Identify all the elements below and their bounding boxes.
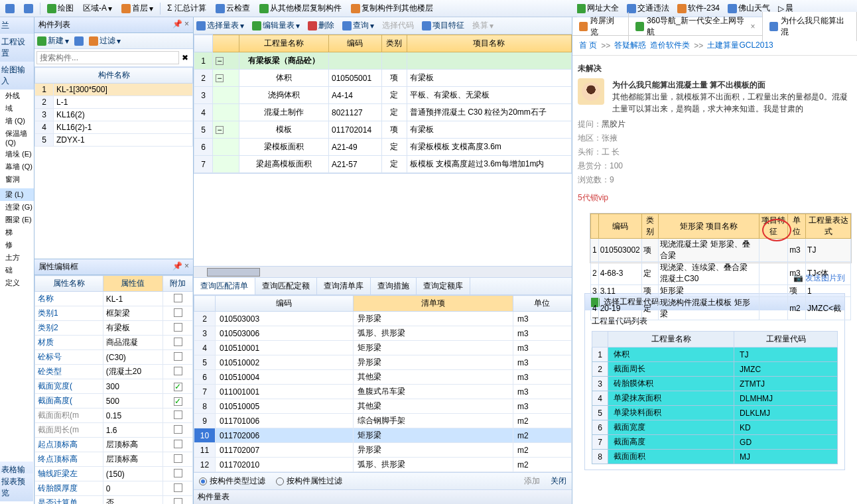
pin-icon[interactable]: 📌 [172, 261, 182, 271]
select-code-button[interactable]: 选择代码 [382, 20, 414, 31]
prop-value[interactable]: 0 [103, 481, 163, 496]
prop-value[interactable]: 框架梁 [103, 306, 163, 321]
horizontal-scrollbar[interactable] [194, 266, 572, 277]
prop-checkbox[interactable] [174, 454, 182, 463]
copy-to-button[interactable]: 复制构件到其他楼层 [348, 1, 436, 15]
search-clear-button[interactable]: ✖ [179, 53, 191, 62]
status-tab[interactable]: 构件量表 [194, 489, 572, 504]
tree-item[interactable]: 外线 [0, 90, 34, 102]
component-row[interactable]: ZDYX-1 [54, 134, 193, 147]
prop-value[interactable]: 层顶标高 [103, 452, 163, 467]
tree-item[interactable]: 保温墙 (Q) [0, 127, 34, 148]
filter-by-prop[interactable]: 按构件属性过滤 [276, 475, 342, 487]
list-code[interactable]: 011702007 [216, 443, 354, 458]
tab-match-quota[interactable]: 查询匹配定额 [255, 278, 317, 294]
code-value[interactable]: GD [734, 435, 838, 450]
qty-name[interactable]: 模板 [239, 121, 329, 139]
cloud-check-button[interactable]: 云检查 [213, 1, 253, 15]
prop-value[interactable]: 有梁板 [103, 321, 163, 336]
list-item[interactable]: 矩形梁 [353, 341, 513, 355]
collapse-icon[interactable]: − [216, 57, 224, 65]
prop-checkbox[interactable] [174, 323, 182, 332]
prop-value[interactable]: (混凝土20 [103, 365, 163, 379]
qty-name[interactable]: 梁超高模板面积 [239, 156, 329, 173]
list-code[interactable]: 011701006 [216, 414, 354, 428]
tree-item[interactable]: 窗洞 [0, 173, 34, 186]
list-item[interactable]: 异形梁 [353, 443, 513, 458]
tree-item[interactable]: 域 [0, 102, 34, 115]
list-item[interactable]: 异形梁 [353, 355, 513, 370]
floor-selector[interactable]: 首层 ▾ [119, 1, 156, 15]
tree-item[interactable]: 圈梁 (E) [0, 214, 34, 226]
tree-section-project[interactable]: 工程设置 [0, 34, 34, 62]
prop-value[interactable]: 层顶标高 [103, 438, 163, 452]
prop-checkbox[interactable] [174, 483, 182, 492]
crumb-qa[interactable]: 答疑解惑 [614, 40, 646, 51]
list-item[interactable]: 弧形、拱形梁 [353, 458, 513, 472]
component-row[interactable]: KL16(2)-1 [54, 121, 193, 134]
list-item[interactable]: 其他梁 [353, 399, 513, 414]
zone-selector[interactable]: 区域-A ▾ [80, 1, 115, 15]
filter-button[interactable]: 过滤 ▾ [89, 35, 121, 46]
prop-value[interactable]: KL-1 [103, 292, 163, 306]
list-item[interactable]: 弧形、拱形梁 [353, 326, 513, 341]
collapse-icon[interactable]: − [216, 126, 224, 134]
new-component-button[interactable]: 新建 ▾ [37, 35, 69, 46]
list-code[interactable]: 010510005 [216, 399, 354, 414]
prop-checkbox[interactable] [174, 308, 182, 317]
list-code[interactable]: 010510004 [216, 370, 354, 385]
tab-match-list[interactable]: 查询匹配清单 [194, 278, 255, 294]
code-value[interactable]: TJ [734, 347, 838, 362]
prop-checkbox[interactable] [174, 410, 182, 419]
prop-checkbox[interactable] [174, 352, 182, 361]
prop-checkbox[interactable] [174, 469, 182, 477]
tab-list-lib[interactable]: 查询清单库 [317, 278, 371, 294]
prop-value[interactable]: 否 [103, 496, 163, 505]
delete-button[interactable]: 删除 [308, 20, 334, 31]
convert-button[interactable]: 换算 ▾ [472, 20, 494, 31]
undo-button[interactable] [3, 3, 17, 15]
list-code[interactable]: 011702010 [216, 458, 354, 472]
code-name[interactable]: 单梁抹灰面积 [608, 391, 734, 406]
close-link[interactable]: 关闭 [551, 475, 566, 487]
prop-checkbox[interactable] [174, 498, 182, 505]
code-name[interactable]: 截面周长 [608, 362, 734, 377]
code-name[interactable]: 砖胎膜体积 [608, 377, 734, 391]
qty-code[interactable]: A21-57 [329, 156, 382, 173]
search-input[interactable] [36, 51, 179, 64]
list-code[interactable]: 011001001 [216, 385, 354, 399]
prop-value[interactable]: (150) [103, 467, 163, 481]
list-code[interactable]: 010510001 [216, 341, 354, 355]
list-item[interactable]: 矩形梁 [353, 428, 513, 443]
list-item[interactable]: 异形梁 [353, 312, 513, 326]
prop-value[interactable]: 商品混凝 [103, 336, 163, 350]
close-icon[interactable]: × [751, 22, 756, 31]
qty-code[interactable]: 011702014 [329, 121, 382, 139]
query-button[interactable]: 查询 ▾ [342, 20, 374, 31]
copy-component-button[interactable] [74, 35, 84, 46]
list-code[interactable]: 010503003 [216, 312, 354, 326]
code-name[interactable]: 单梁块料面积 [608, 406, 734, 420]
prop-checkbox[interactable] [174, 397, 182, 406]
tree-section-report[interactable]: 报表预览 [0, 473, 33, 501]
prop-value[interactable]: 1.6 [103, 423, 163, 438]
tab-quota-lib[interactable]: 查询定额库 [417, 278, 470, 294]
component-row[interactable]: KL16(2) [54, 109, 193, 121]
component-row[interactable]: KL-1[300*500] [54, 84, 193, 96]
pin-icon[interactable]: 📌 [172, 19, 182, 29]
list-item[interactable]: 鱼腹式吊车梁 [353, 385, 513, 399]
list-code[interactable]: 010510002 [216, 355, 354, 370]
component-row[interactable]: L-1 [54, 96, 193, 109]
qty-name[interactable]: 浇捣体积 [239, 87, 329, 104]
qty-code[interactable]: A21-49 [329, 139, 382, 156]
list-code[interactable]: 011702006 [216, 428, 354, 443]
qty-name[interactable]: 混凝土制作 [239, 104, 329, 121]
draw-button[interactable]: 绘图 [44, 1, 76, 15]
tree-item[interactable]: 连梁 (G) [0, 201, 34, 214]
sum-calc-button[interactable]: Σ 汇总计算 [165, 1, 209, 15]
prop-checkbox[interactable] [174, 383, 182, 391]
vip-link[interactable]: 5代锁vip [578, 190, 852, 206]
tree-item[interactable]: 础 [0, 264, 34, 277]
filter-by-type[interactable]: 按构件类型过滤 [199, 475, 265, 487]
redo-button[interactable] [21, 3, 36, 15]
